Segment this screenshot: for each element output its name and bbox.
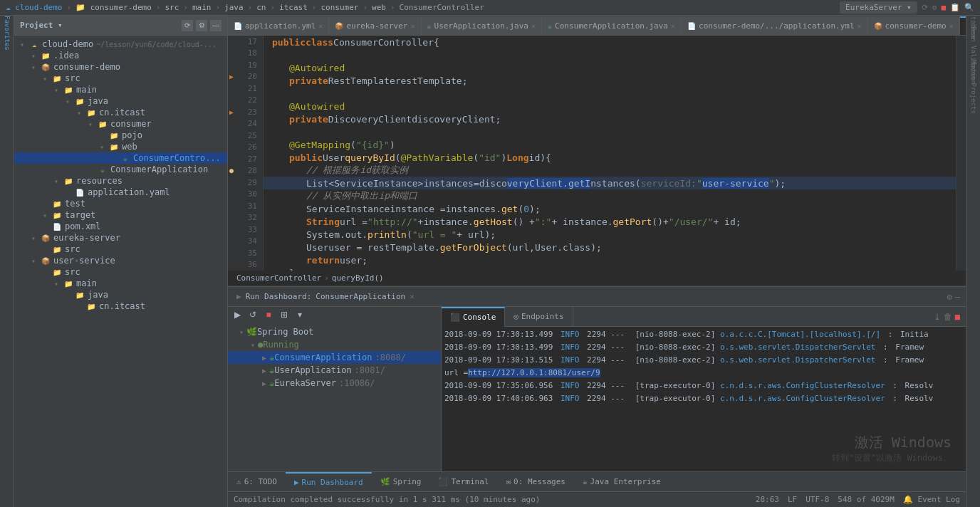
- settings-icon[interactable]: ⚙: [947, 292, 952, 302]
- tab-user-application[interactable]: ☕ UserApplication.java ✕: [422, 16, 543, 35]
- code-line-28: List<ServiceInstance> instances = discov…: [264, 177, 956, 189]
- tree-item-eureka[interactable]: ▾ 📦 eureka-server: [14, 232, 227, 244]
- sidebar-settings-btn[interactable]: ⚙: [196, 20, 207, 31]
- sidebar-hide-btn[interactable]: —: [210, 20, 221, 31]
- tab-application-yml[interactable]: 📄 application.yml ✕: [228, 16, 329, 35]
- tree-item-cnitcast[interactable]: ▾ 📁 cn.itcast: [14, 107, 227, 118]
- tree-label: main: [76, 278, 97, 288]
- encoding[interactable]: UTF-8: [806, 495, 829, 504]
- tree-item-user-java[interactable]: 📁 java: [14, 289, 227, 300]
- console-output[interactable]: 2018-09-09 17:30:13.499 INFO 2294 --- [n…: [442, 327, 966, 471]
- tab-close-btn[interactable]: ✕: [949, 22, 954, 30]
- tree-item-resources[interactable]: ▾ 📁 resources: [14, 175, 227, 187]
- right-side-panel: Database Bean Validation Maven Projects: [966, 16, 980, 507]
- tree-item-test[interactable]: 📁 test: [14, 198, 227, 209]
- eureka-badge[interactable]: EurekaServer ▾: [840, 1, 917, 14]
- tab-close-btn[interactable]: ✕: [318, 22, 323, 30]
- breadcrumb-item[interactable]: ☁ cloud-demo: [6, 3, 62, 12]
- tab-run-dashboard[interactable]: ▶ Run Dashboard: [286, 472, 372, 492]
- sidebar-tool-btn[interactable]: ⟳: [182, 20, 193, 31]
- run-icon: ▶: [294, 478, 299, 487]
- code-line-33: User user = restTemplate.getForObject(ur…: [264, 241, 956, 254]
- tree-label: eureka-server: [53, 233, 120, 243]
- stop-console-icon[interactable]: ■: [955, 312, 960, 322]
- tree-item-consumer-app[interactable]: ☕ ConsumerApplication: [14, 164, 227, 175]
- run-item-spring-boot[interactable]: ▾ 🌿 Spring Boot: [228, 325, 441, 338]
- code-content[interactable]: public class ConsumerController { @Autow…: [264, 36, 956, 271]
- tree-item-idea[interactable]: ▾ 📁 .idea: [14, 50, 227, 61]
- run-item-running[interactable]: ▾ ● Running: [228, 338, 441, 351]
- folder-icon: 📁: [51, 210, 63, 220]
- rerun-btn[interactable]: ↺: [246, 308, 259, 321]
- tab-messages[interactable]: ✉ 0: Messages: [497, 472, 573, 492]
- tree-item-consumer-demo[interactable]: ▾ 📦 consumer-demo: [14, 61, 227, 73]
- stop-btn[interactable]: ■: [262, 308, 275, 321]
- tab-close-btn[interactable]: ✕: [410, 22, 415, 30]
- tab-todo[interactable]: ⚠ 6: TODO: [228, 472, 286, 492]
- tree-item-web[interactable]: ▾ 📁 web: [14, 141, 227, 152]
- tree-item-user-service[interactable]: ▾ 📦 user-service: [14, 255, 227, 266]
- tab-consumer-demo[interactable]: 📦 consumer-demo ✕: [868, 16, 960, 35]
- code-line-30: ServiceInstance instance = instances.get…: [264, 202, 956, 215]
- tree-item-consumer-controller[interactable]: ☕ ConsumerContro...: [14, 152, 227, 164]
- tree-item-java[interactable]: ▾ 📁 java: [14, 95, 227, 107]
- run-item-eureka-server[interactable]: ▶ ☕ EurekaServer :10086/: [228, 377, 441, 390]
- tree-item-src[interactable]: ▾ 📁 src: [14, 73, 227, 84]
- folder-icon: 📁: [108, 130, 120, 140]
- tab-close-btn[interactable]: ✕: [671, 22, 675, 30]
- tab-endpoints[interactable]: ◎ Endpoints: [505, 307, 573, 327]
- tree-item-target[interactable]: ▾ 📁 target: [14, 209, 227, 221]
- url-link[interactable]: http://127.0.0.1:8081/user/9: [468, 368, 600, 377]
- folder-icon: 📁: [63, 85, 74, 95]
- folder-icon: 📁: [85, 108, 97, 117]
- console-line-3: 2018-09-09 17:30:13.515 INFO 2294 --- [n…: [444, 355, 963, 368]
- line-num-35: 35: [228, 247, 263, 259]
- run-item-user-app[interactable]: ▶ ☕ UserApplication :8081/: [228, 364, 441, 377]
- project-tree: ▾ ☁ cloud-demo ~/lesson/yun6/code/cloud-…: [14, 36, 227, 507]
- tree-item-eureka-src[interactable]: 📁 src: [14, 244, 227, 255]
- line-num-26: 26: [228, 142, 263, 154]
- java-run-icon: ☕: [269, 352, 274, 362]
- filter-btn[interactable]: ⊞: [278, 308, 291, 321]
- tab-eureka-server[interactable]: 📦 eureka-server ✕: [329, 16, 421, 35]
- maven-projects-icon[interactable]: Maven Projects: [968, 81, 979, 93]
- clear-icon[interactable]: 🗑: [944, 312, 952, 322]
- tree-item-user-cnitcast[interactable]: 📁 cn.itcast: [14, 300, 227, 312]
- java-icon: ☕: [120, 153, 131, 163]
- tab-close-btn[interactable]: ✕: [531, 22, 536, 30]
- tab-console[interactable]: ⬛ Console: [442, 307, 505, 327]
- top-bar-right: EurekaServer ▾ ⟳ ⚙ ■ 📋 🔍: [840, 1, 974, 14]
- tab-consumer-application[interactable]: ☕ ConsumerApplication.java ✕: [542, 16, 682, 35]
- tab-consumer-demo-yaml[interactable]: 📄 consumer-demo/.../application.yml ✕: [682, 16, 868, 35]
- scroll-lock-icon[interactable]: ⤓: [934, 312, 941, 322]
- tab-java-enterprise[interactable]: ☕ Java Enterprise: [574, 472, 669, 492]
- minimize-icon[interactable]: —: [955, 292, 960, 302]
- console-line-1: 2018-09-09 17:30:13.499 INFO 2294 --- [n…: [444, 330, 963, 343]
- event-log[interactable]: 🔔 Event Log: [903, 495, 960, 504]
- favorites-icon[interactable]: Favorites: [1, 19, 13, 47]
- folder-icon: 📁: [85, 301, 97, 311]
- tree-item-user-main[interactable]: ▾ 📁 main: [14, 278, 227, 289]
- tree-item-consumer[interactable]: ▾ 📁 consumer: [14, 118, 227, 130]
- breadcrumb-controller[interactable]: ConsumerController: [236, 273, 321, 283]
- tab-close-btn[interactable]: ✕: [858, 22, 862, 30]
- run-item-consumer-app[interactable]: ▶ ☕ ConsumerApplication :8088/: [228, 351, 441, 364]
- tree-item-pojo[interactable]: 📁 pojo: [14, 130, 227, 141]
- tree-item-user-src[interactable]: 📁 src: [14, 266, 227, 278]
- tree-item-pom[interactable]: 📄 pom.xml: [14, 221, 227, 232]
- tab-spring[interactable]: 🌿 Spring: [372, 472, 430, 492]
- run-btn[interactable]: ▶: [231, 308, 244, 321]
- line-separator[interactable]: LF: [788, 495, 797, 504]
- breadcrumb-method[interactable]: queryById(): [332, 273, 384, 283]
- tree-item-application-yaml[interactable]: 📄 application.yaml: [14, 187, 227, 198]
- line-num-21: 21: [228, 83, 263, 95]
- tree-item-main[interactable]: ▾ 📁 main: [14, 84, 227, 95]
- tab-consumer-controller[interactable]: ☕ ConsumerController.java ✕: [960, 16, 966, 35]
- sidebar-header: Project ▾ ⟳ ⚙ —: [14, 16, 227, 36]
- xml-icon: 📄: [51, 221, 63, 231]
- tree-item-cloud-demo[interactable]: ▾ ☁ cloud-demo ~/lesson/yun6/code/cloud-…: [14, 38, 227, 50]
- tab-terminal[interactable]: ⬛ Terminal: [429, 472, 497, 492]
- line-num-28: 28 ●: [228, 165, 263, 177]
- cursor-position[interactable]: 28:63: [756, 495, 779, 504]
- filter2-btn[interactable]: ▾: [293, 308, 306, 321]
